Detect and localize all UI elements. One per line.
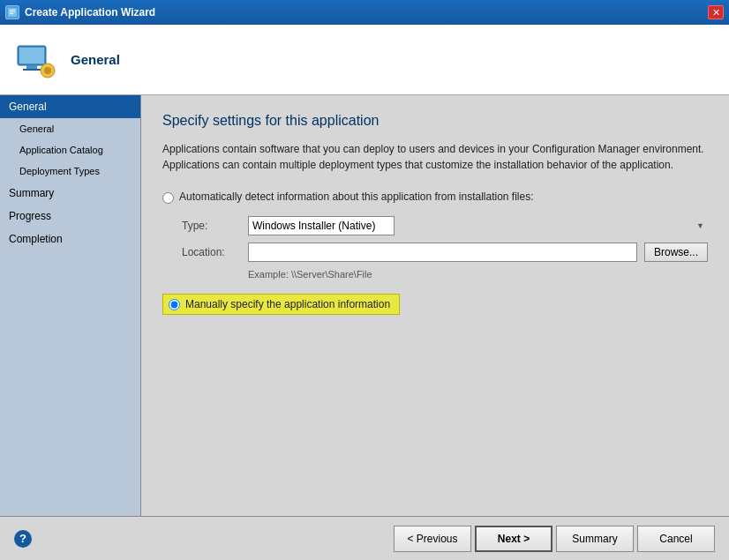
auto-detect-label: Automatically detect information about t…	[179, 190, 534, 203]
sidebar-item-deployment-types[interactable]: Deployment Types	[0, 161, 140, 182]
location-input[interactable]	[248, 243, 637, 262]
help-button[interactable]: ?	[14, 530, 32, 548]
sidebar-item-general-sub[interactable]: General	[0, 118, 140, 139]
cancel-button[interactable]: Cancel	[637, 526, 715, 552]
title-bar: Create Application Wizard ✕	[0, 0, 729, 25]
svg-rect-6	[26, 65, 37, 69]
title-bar-left: Create Application Wizard	[5, 5, 155, 19]
location-form-group: Location: Browse...	[182, 243, 708, 262]
type-select-wrapper: Windows Installer (Native) Windows Insta…	[248, 216, 708, 235]
header-title: General	[71, 52, 120, 67]
type-form-group: Type: Windows Installer (Native) Windows…	[182, 216, 708, 235]
svg-point-9	[44, 67, 51, 74]
svg-rect-3	[10, 13, 13, 14]
sidebar-item-completion[interactable]: Completion	[0, 228, 140, 250]
main-layout: General General Application Catalog Depl…	[0, 95, 729, 516]
sidebar: General General Application Catalog Depl…	[0, 95, 141, 516]
sidebar-item-application-catalog[interactable]: Application Catalog	[0, 139, 140, 161]
sidebar-item-progress[interactable]: Progress	[0, 205, 140, 228]
type-label: Type:	[182, 220, 248, 232]
header-wizard-icon	[14, 39, 56, 81]
manual-specify-label: Manually specify the application informa…	[185, 298, 390, 310]
location-input-area: Browse...	[248, 243, 708, 262]
wizard-title-icon	[5, 5, 19, 19]
summary-button[interactable]: Summary	[556, 526, 634, 552]
manual-specify-radio[interactable]	[169, 299, 180, 310]
manual-radio-highlight: Manually specify the application informa…	[162, 294, 400, 315]
content-area: Specify settings for this application Ap…	[141, 95, 729, 516]
footer-left: ?	[14, 530, 32, 548]
location-label: Location:	[182, 246, 248, 258]
footer: ? < Previous Next > Summary Cancel	[0, 516, 729, 560]
svg-rect-2	[10, 11, 15, 12]
manual-radio-row: Manually specify the application informa…	[162, 294, 708, 315]
footer-buttons: < Previous Next > Summary Cancel	[394, 526, 715, 552]
svg-rect-1	[10, 10, 15, 11]
close-button[interactable]: ✕	[708, 5, 724, 19]
svg-rect-7	[23, 69, 41, 71]
auto-detect-radio[interactable]	[162, 192, 174, 204]
previous-button[interactable]: < Previous	[394, 526, 471, 552]
next-button[interactable]: Next >	[475, 526, 552, 552]
radio-section: Automatically detect information about t…	[162, 190, 708, 315]
auto-detect-row: Automatically detect information about t…	[162, 190, 708, 204]
header-area: General	[0, 25, 729, 95]
type-select[interactable]: Windows Installer (Native) Windows Insta…	[248, 216, 395, 235]
example-text: Example: \\Server\Share\File	[248, 269, 708, 280]
window-title: Create Application Wizard	[25, 6, 155, 19]
svg-rect-5	[19, 48, 44, 63]
sidebar-item-summary[interactable]: Summary	[0, 182, 140, 205]
sidebar-item-general[interactable]: General	[0, 95, 140, 118]
type-input-area: Windows Installer (Native) Windows Insta…	[248, 216, 708, 235]
page-title: Specify settings for this application	[162, 113, 708, 129]
browse-button[interactable]: Browse...	[644, 243, 708, 262]
info-text: Applications contain software that you c…	[162, 141, 708, 173]
